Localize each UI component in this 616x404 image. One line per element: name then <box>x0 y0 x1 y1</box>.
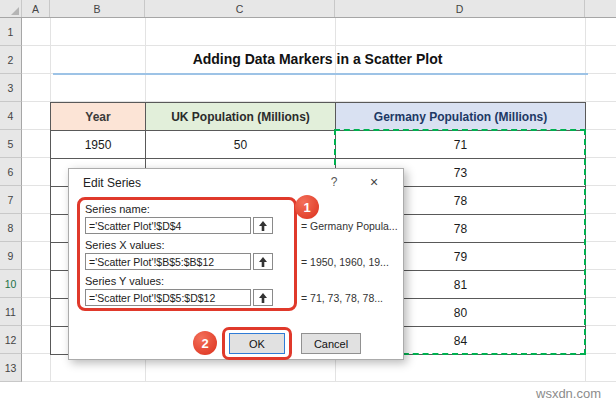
column-header-bar: A B C D <box>0 0 616 18</box>
step-2-badge: 2 <box>193 331 217 355</box>
collapse-dialog-icon <box>258 256 268 268</box>
table-header-year[interactable]: Year <box>51 103 146 131</box>
edit-series-dialog: Edit Series ? × Series name: = Germany P… <box>68 168 404 360</box>
excel-window: A B C D 1 2 3 4 5 6 7 8 9 10 11 12 13 Ad… <box>0 0 616 404</box>
column-header-b[interactable]: B <box>50 0 145 17</box>
series-x-preview: = 1950, 1960, 19... <box>301 256 389 268</box>
series-y-preview: = 71, 73, 78, 78... <box>301 292 383 304</box>
table-header-germany[interactable]: Germany Population (Millions) <box>336 103 586 131</box>
row-header-3[interactable]: 3 <box>0 74 22 102</box>
row-header-10[interactable]: 10 <box>0 270 22 298</box>
watermark: wsxdn.com <box>536 386 601 401</box>
row-header-2[interactable]: 2 <box>0 46 22 74</box>
row-header-9[interactable]: 9 <box>0 242 22 270</box>
dialog-title: Edit Series <box>83 176 141 190</box>
collapse-dialog-button[interactable] <box>253 217 273 234</box>
column-header-partial[interactable] <box>585 0 616 17</box>
series-name-input[interactable] <box>85 217 251 234</box>
column-header-d[interactable]: D <box>335 0 585 17</box>
collapse-dialog-icon <box>258 292 268 304</box>
help-icon[interactable]: ? <box>321 172 347 191</box>
title-underline <box>53 73 588 75</box>
table-cell[interactable]: 50 <box>146 131 336 159</box>
row-header-13[interactable]: 13 <box>0 354 22 382</box>
series-name-label: Series name: <box>85 203 150 215</box>
table-cell[interactable]: 71 <box>336 131 586 159</box>
series-y-input[interactable] <box>85 289 251 306</box>
row-header-6[interactable]: 6 <box>0 158 22 186</box>
ok-button[interactable]: OK <box>229 333 285 354</box>
row-header-11[interactable]: 11 <box>0 298 22 326</box>
series-x-input[interactable] <box>85 253 251 270</box>
close-icon[interactable]: × <box>359 172 389 191</box>
row-header-5[interactable]: 5 <box>0 130 22 158</box>
row-header-7[interactable]: 7 <box>0 186 22 214</box>
cancel-button[interactable]: Cancel <box>301 333 361 354</box>
table-header-uk[interactable]: UK Population (Millions) <box>146 103 336 131</box>
series-name-preview: = Germany Popula... <box>301 220 398 232</box>
series-y-label: Series Y values: <box>85 275 164 287</box>
row-header-4[interactable]: 4 <box>0 102 22 130</box>
step-1-badge: 1 <box>295 195 319 219</box>
row-header-8[interactable]: 8 <box>0 214 22 242</box>
column-header-c[interactable]: C <box>145 0 335 17</box>
series-x-label: Series X values: <box>85 239 164 251</box>
sheet-title: Adding Data Markers in a Scatter Plot <box>50 46 585 72</box>
column-header-a[interactable]: A <box>22 0 50 17</box>
collapse-dialog-icon <box>258 220 268 232</box>
row-header-bar: 1 2 3 4 5 6 7 8 9 10 11 12 13 <box>0 18 22 382</box>
row-header-12[interactable]: 12 <box>0 326 22 354</box>
collapse-dialog-button[interactable] <box>253 289 273 306</box>
table-cell[interactable]: 1950 <box>51 131 146 159</box>
row-header-1[interactable]: 1 <box>0 18 22 46</box>
collapse-dialog-button[interactable] <box>253 253 273 270</box>
select-all-corner[interactable] <box>0 0 22 17</box>
